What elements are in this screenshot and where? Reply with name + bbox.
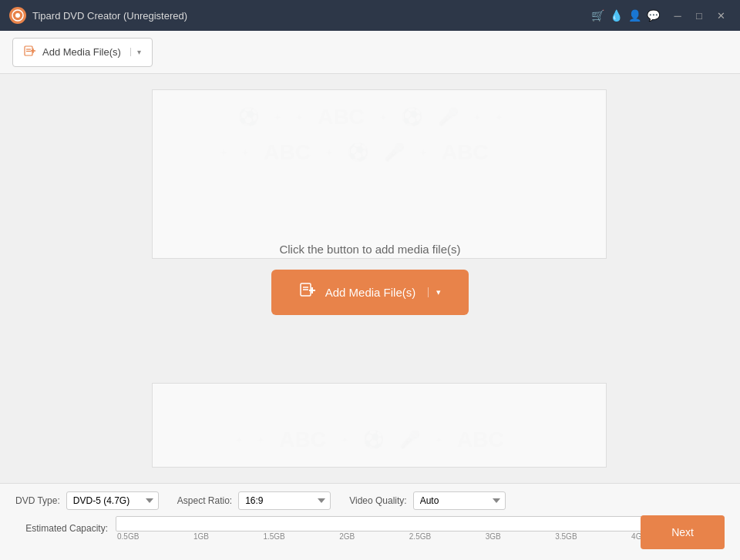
maximize-button[interactable]: □ bbox=[689, 5, 709, 25]
dvd-type-label: DVD Type: bbox=[15, 495, 60, 506]
bottom-controls-row: DVD Type: DVD-5 (4.7G) DVD-9 (8.5G) Aspe… bbox=[15, 491, 725, 510]
toolbar: Add Media File(s) ▾ bbox=[0, 31, 740, 74]
minimize-button[interactable]: ─ bbox=[668, 5, 688, 25]
capacity-tick-4: 2.5GB bbox=[409, 532, 431, 541]
app-icon bbox=[9, 7, 26, 24]
bottom-bar: DVD Type: DVD-5 (4.7G) DVD-9 (8.5G) Aspe… bbox=[0, 483, 740, 560]
main-content: ⚽ ✦ ✦ ABC ✦ ⚽ 🎤 ✦ ✦ ✦ ✦ ABC ✦ ⚽ 🎤 ✦ ABC bbox=[0, 74, 740, 483]
center-panel: Click the button to add media file(s) Ad… bbox=[271, 243, 469, 315]
cart-icon[interactable]: 🛒 bbox=[590, 8, 604, 22]
estimated-capacity-label: Estimated Capacity: bbox=[15, 523, 108, 534]
add-media-toolbar-icon bbox=[24, 45, 36, 60]
video-quality-select[interactable]: Auto High Medium Low bbox=[413, 491, 506, 510]
capacity-ticks: 0.5GB 1GB 1.5GB 2GB 2.5GB 3GB 3.5GB 4GB … bbox=[116, 532, 725, 541]
add-media-main-dropdown-icon[interactable]: ▾ bbox=[428, 287, 441, 297]
dvd-type-group: DVD Type: DVD-5 (4.7G) DVD-9 (8.5G) bbox=[15, 491, 159, 510]
capacity-tick-1: 1GB bbox=[193, 532, 209, 541]
video-quality-group: Video Quality: Auto High Medium Low bbox=[349, 491, 506, 510]
app-title: Tipard DVD Creator (Unregistered) bbox=[32, 10, 590, 22]
capacity-tick-5: 3GB bbox=[486, 532, 501, 541]
capacity-bar-track bbox=[116, 516, 725, 531]
next-button[interactable]: Next bbox=[641, 515, 725, 549]
aspect-ratio-label: Aspect Ratio: bbox=[177, 495, 232, 506]
aspect-ratio-select[interactable]: 16:9 4:3 bbox=[238, 491, 331, 510]
add-media-toolbar-button[interactable]: Add Media File(s) ▾ bbox=[12, 38, 153, 67]
dvd-type-select[interactable]: DVD-5 (4.7G) DVD-9 (8.5G) bbox=[66, 491, 159, 510]
drop-icon[interactable]: 💧 bbox=[609, 8, 623, 22]
capacity-tick-3: 2GB bbox=[339, 532, 355, 541]
capacity-bar-wrapper: 0.5GB 1GB 1.5GB 2GB 2.5GB 3GB 3.5GB 4GB … bbox=[116, 516, 725, 541]
capacity-row: Estimated Capacity: 0.5GB 1GB 1.5GB 2GB … bbox=[15, 516, 725, 541]
add-media-main-icon bbox=[299, 282, 316, 303]
video-quality-label: Video Quality: bbox=[349, 495, 407, 506]
user-icon[interactable]: 👤 bbox=[627, 8, 641, 22]
title-controls: 🛒 💧 👤 💬 bbox=[590, 8, 660, 22]
add-media-main-button[interactable]: Add Media File(s) ▾ bbox=[271, 270, 469, 315]
comment-icon[interactable]: 💬 bbox=[646, 8, 660, 22]
title-bar: Tipard DVD Creator (Unregistered) 🛒 💧 👤 … bbox=[0, 0, 740, 31]
aspect-ratio-group: Aspect Ratio: 16:9 4:3 bbox=[177, 491, 331, 510]
next-button-container: Next bbox=[641, 515, 725, 549]
close-button[interactable]: ✕ bbox=[711, 5, 731, 25]
svg-point-1 bbox=[15, 13, 20, 18]
add-media-toolbar-dropdown-icon[interactable]: ▾ bbox=[130, 48, 141, 56]
capacity-tick-0: 0.5GB bbox=[117, 532, 139, 541]
add-media-main-label: Add Media File(s) bbox=[325, 286, 416, 299]
window-controls: ─ □ ✕ bbox=[668, 5, 731, 25]
add-media-toolbar-label: Add Media File(s) bbox=[42, 46, 121, 58]
prompt-text: Click the button to add media file(s) bbox=[279, 243, 460, 256]
capacity-tick-2: 1.5GB bbox=[263, 532, 284, 541]
capacity-tick-6: 3.5GB bbox=[555, 532, 577, 541]
